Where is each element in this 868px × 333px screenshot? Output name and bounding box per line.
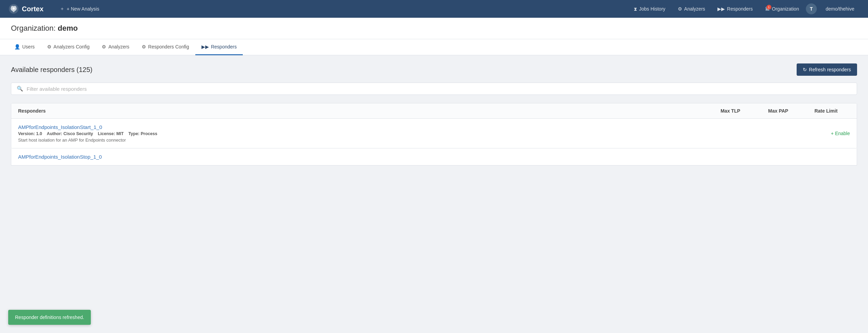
nav-new-analysis-label: + New Analysis — [67, 6, 99, 12]
gear-tab3-icon: ⚙ — [142, 44, 146, 49]
nav-responders[interactable]: ▶▶ Responders — [712, 0, 758, 18]
nav-username: demo/thehive — [826, 6, 854, 12]
user-avatar: T — [806, 3, 817, 14]
nav-user-menu[interactable]: demo/thehive — [820, 0, 860, 18]
responder-name-link[interactable]: AMPforEndpoints_IsolationStart_1_0 — [18, 124, 706, 130]
refresh-button-label: Refresh responders — [809, 67, 851, 72]
tab-responders-config[interactable]: ⚙ Responders Config — [136, 39, 195, 55]
col-max-tlp: Max TLP — [706, 108, 754, 114]
nav-org-label: Organization — [772, 6, 799, 12]
nav-jobs-label: Jobs History — [639, 6, 666, 12]
license-value: MIT — [116, 131, 124, 136]
partial-table-row: AMPforEndpoints_IsolationStop_1_0 — [11, 148, 857, 165]
table-header-row: Responders Max TLP Max PAP Rate Limit — [11, 103, 857, 119]
tab-responders-label: Responders — [211, 44, 237, 49]
nav-analyzers[interactable]: ⚙ Analyzers — [672, 0, 711, 18]
navbar: Cortex ＋ + New Analysis ⧗ Jobs History ⚙… — [0, 0, 868, 18]
cortex-logo-icon — [8, 3, 19, 14]
refresh-icon: ↻ — [803, 67, 807, 72]
page-title-prefix: Organization: — [11, 24, 58, 32]
tab-responders[interactable]: ▶▶ Responders — [195, 39, 243, 55]
version-value: 1.0 — [36, 131, 42, 136]
responder-info: AMPforEndpoints_IsolationStart_1_0 Versi… — [18, 124, 706, 143]
gear-tab2-icon: ⚙ — [102, 44, 106, 49]
page-title: Organization: demo — [11, 24, 857, 33]
responders-table: Responders Max TLP Max PAP Rate Limit AM… — [11, 103, 857, 148]
page-header: Organization: demo — [0, 18, 868, 39]
nav-right: ⧗ Jobs History ⚙ Analyzers ▶▶ Responders… — [628, 0, 860, 18]
row-top: AMPforEndpoints_IsolationStart_1_0 Versi… — [18, 124, 850, 143]
partial-responder-name-link[interactable]: AMPforEndpoints_IsolationStop_1_0 — [18, 154, 102, 160]
responders-nav-icon: ▶▶ — [717, 6, 725, 12]
section-title: Available responders (125) — [11, 66, 93, 74]
gear-icon: ⚙ — [678, 6, 682, 12]
gear-tab-icon: ⚙ — [47, 44, 52, 49]
user-tab-icon: 👤 — [14, 44, 20, 49]
tabs-bar: 👤 Users ⚙ Analyzers Config ⚙ Analyzers ⚙… — [0, 39, 868, 55]
version-label: Version: — [18, 131, 35, 136]
responder-meta: Version: 1.0 Author: Cisco Security Lice… — [18, 131, 706, 136]
license-label: License: — [98, 131, 115, 136]
nav-new-analysis[interactable]: ＋ + New Analysis — [54, 0, 104, 18]
responder-description: Start host isolation for an AMP for Endp… — [18, 137, 706, 143]
plus-icon: ＋ — [60, 6, 65, 12]
tab-users-label: Users — [22, 44, 35, 49]
content-area: Available responders (125) ↻ Refresh res… — [0, 55, 868, 174]
author-value: Cisco Security — [64, 131, 93, 136]
org-notification-badge: 1 — [767, 5, 771, 10]
tab-analyzers-config[interactable]: ⚙ Analyzers Config — [41, 39, 96, 55]
author-label: Author: — [47, 131, 62, 136]
responders-tab-icon: ▶▶ — [201, 44, 209, 49]
col-max-pap: Max PAP — [754, 108, 802, 114]
type-value: Process — [141, 131, 157, 136]
nav-analyzers-label: Analyzers — [684, 6, 705, 12]
tab-analyzers[interactable]: ⚙ Analyzers — [96, 39, 135, 55]
col-responders: Responders — [18, 108, 706, 114]
col-rate-limit: Rate Limit — [802, 108, 850, 114]
tab-analyzers-config-label: Analyzers Config — [54, 44, 90, 49]
nav-responders-label: Responders — [727, 6, 753, 12]
filter-bar: 🔍 — [11, 83, 857, 95]
organization-badge-wrapper: 🏛 1 — [765, 6, 770, 12]
hourglass-icon: ⧗ — [634, 6, 637, 12]
filter-input[interactable] — [27, 86, 851, 92]
type-label: Type: — [128, 131, 139, 136]
org-name: demo — [58, 24, 78, 32]
search-icon: 🔍 — [17, 86, 23, 92]
tab-users[interactable]: 👤 Users — [8, 39, 41, 55]
tab-analyzers-label: Analyzers — [108, 44, 129, 49]
refresh-responders-button[interactable]: ↻ Refresh responders — [797, 63, 857, 76]
svg-point-1 — [13, 8, 15, 10]
enable-button[interactable]: + Enable — [831, 131, 850, 136]
table-row: AMPforEndpoints_IsolationStart_1_0 Versi… — [11, 119, 857, 148]
tab-responders-config-label: Responders Config — [148, 44, 189, 49]
user-initial: T — [810, 6, 813, 12]
brand-logo[interactable]: Cortex — [8, 3, 43, 14]
section-header: Available responders (125) ↻ Refresh res… — [11, 63, 857, 76]
brand-name: Cortex — [22, 5, 43, 13]
nav-jobs-history[interactable]: ⧗ Jobs History — [628, 0, 671, 18]
nav-organization[interactable]: 🏛 1 Organization — [760, 0, 804, 18]
